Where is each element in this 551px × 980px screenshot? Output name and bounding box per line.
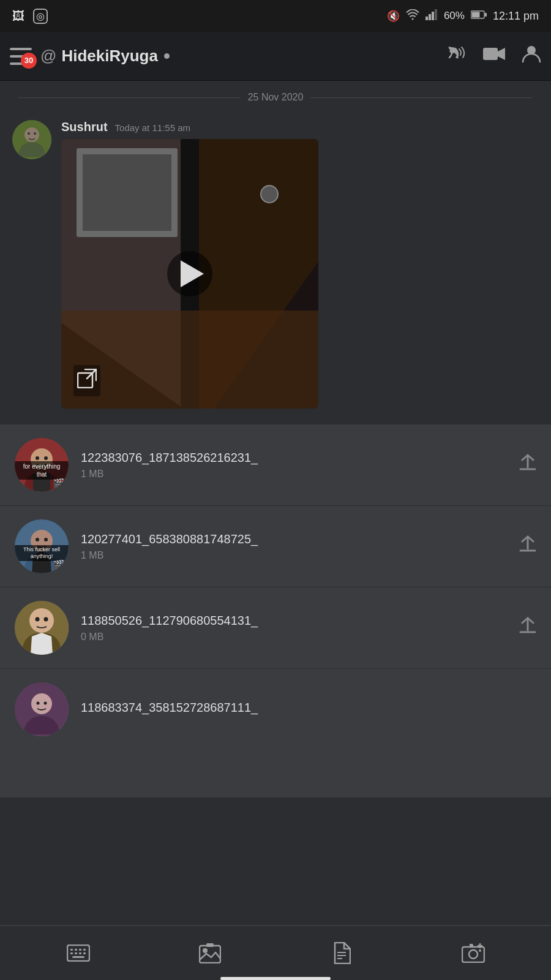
file-name-3: 118850526_112790680554131_ — [81, 614, 507, 628]
file-list: for everything that 🎬 122383076_18713852… — [0, 424, 551, 797]
date-line-right — [310, 97, 533, 98]
svg-rect-42 — [75, 949, 77, 951]
list-item[interactable]: 118683374_358152728687111_ — [0, 669, 551, 797]
svg-rect-48 — [83, 952, 86, 954]
at-icon: @ — [40, 47, 56, 66]
svg-point-22 — [261, 186, 278, 203]
svg-rect-41 — [70, 949, 73, 951]
svg-point-34 — [36, 617, 40, 622]
avatar — [12, 120, 51, 159]
svg-rect-21 — [83, 154, 171, 231]
wifi-icon — [406, 9, 419, 23]
gallery-button[interactable] — [189, 932, 231, 974]
status-bar: 🖼 ◎ 🔇 60% — [0, 0, 551, 32]
video-icon-2: 🎬 — [53, 559, 65, 571]
channel-name: HidekiRyuga — [61, 47, 158, 66]
svg-point-31 — [44, 538, 48, 541]
svg-rect-6 — [485, 13, 487, 17]
file-thumb-caption-1: for everything that — [15, 461, 69, 480]
notification-badge: 30 — [21, 53, 37, 69]
message-meta: Sushrut Today at 11:55 am — [61, 120, 539, 134]
date-text: 25 Nov 2020 — [248, 92, 304, 103]
file-size-3: 0 MB — [81, 631, 507, 643]
status-bar-right: 🔇 60% 12:11 pm — [387, 9, 539, 23]
instagram-icon: ◎ — [33, 9, 48, 24]
svg-rect-8 — [483, 48, 498, 60]
svg-rect-43 — [79, 949, 81, 951]
svg-point-51 — [203, 948, 208, 953]
svg-point-26 — [36, 456, 39, 460]
svg-rect-7 — [471, 12, 479, 18]
svg-point-30 — [36, 538, 39, 541]
svg-rect-45 — [70, 952, 73, 954]
battery-icon — [471, 10, 487, 22]
message-time: Today at 11:55 am — [115, 123, 190, 133]
file-button[interactable] — [320, 932, 363, 974]
svg-rect-2 — [429, 14, 431, 20]
svg-point-37 — [31, 693, 52, 714]
list-item[interactable]: This fucker sell anything! 🎬 120277401_6… — [0, 506, 551, 587]
voice-call-icon[interactable] — [446, 45, 467, 67]
svg-rect-47 — [79, 952, 81, 954]
date-divider: 25 Nov 2020 — [0, 81, 551, 114]
menu-button[interactable]: 30 — [10, 48, 32, 65]
svg-point-27 — [44, 456, 48, 460]
file-info-4: 118683374_358152728687111_ — [81, 701, 536, 718]
file-name-2: 120277401_658380881748725_ — [81, 532, 507, 546]
file-info-2: 120277401_658380881748725_ 1 MB — [81, 532, 507, 561]
svg-rect-1 — [425, 17, 428, 20]
profile-icon[interactable] — [522, 44, 541, 68]
external-link-icon[interactable] — [73, 365, 100, 396]
keyboard-button[interactable] — [57, 932, 100, 974]
video-call-icon[interactable] — [482, 45, 506, 67]
svg-point-38 — [37, 702, 40, 705]
file-thumb-3 — [15, 601, 69, 655]
svg-rect-4 — [435, 9, 437, 20]
file-thumb-1: for everything that 🎬 — [15, 438, 69, 492]
list-item[interactable]: for everything that 🎬 122383076_18713852… — [0, 424, 551, 506]
bottom-toolbar — [0, 925, 551, 980]
mute-icon: 🔇 — [387, 10, 400, 23]
message-content: Sushrut Today at 11:55 am — [61, 120, 539, 409]
chat-header: 30 @ HidekiRyuga — [0, 32, 551, 81]
list-item[interactable]: 118850526_112790680554131_ 0 MB — [0, 587, 551, 669]
play-button[interactable] — [167, 251, 212, 296]
upload-icon-1[interactable] — [519, 454, 536, 477]
svg-rect-49 — [72, 956, 84, 958]
upload-icon-3[interactable] — [519, 617, 536, 639]
svg-point-33 — [29, 608, 54, 633]
file-thumb-2: This fucker sell anything! 🎬 — [15, 519, 69, 573]
svg-rect-44 — [83, 949, 86, 951]
video-thumbnail[interactable] — [61, 139, 318, 409]
image-icon: 🖼 — [12, 9, 24, 23]
svg-point-0 — [411, 18, 413, 20]
svg-point-13 — [34, 132, 36, 135]
date-line-left — [18, 97, 241, 98]
svg-point-58 — [479, 949, 481, 952]
svg-point-57 — [469, 950, 478, 959]
sender-name: Sushrut — [61, 120, 108, 134]
message-row: Sushrut Today at 11:55 am — [0, 114, 551, 415]
play-triangle — [181, 260, 204, 287]
online-indicator — [163, 52, 171, 60]
signal-icon — [425, 9, 438, 23]
battery-text: 60% — [444, 10, 465, 22]
header-actions — [446, 44, 541, 68]
svg-point-12 — [28, 132, 30, 135]
file-size-1: 1 MB — [81, 469, 507, 480]
nav-indicator — [220, 977, 331, 980]
svg-rect-52 — [206, 943, 214, 947]
svg-rect-46 — [75, 952, 77, 954]
file-name-1: 122383076_187138526216231_ — [81, 451, 507, 465]
file-name-4: 118683374_358152728687111_ — [81, 701, 536, 715]
chat-area: Sushrut Today at 11:55 am — [0, 114, 551, 424]
channel-title[interactable]: @ HidekiRyuga — [40, 47, 437, 66]
time-display: 12:11 pm — [493, 10, 539, 23]
svg-point-35 — [44, 617, 48, 622]
video-icon-1: 🎬 — [53, 478, 65, 489]
upload-icon-2[interactable] — [519, 535, 536, 558]
svg-point-39 — [44, 702, 47, 705]
file-thumb-4 — [15, 682, 69, 736]
camera-button[interactable] — [452, 932, 495, 974]
file-info-1: 122383076_187138526216231_ 1 MB — [81, 451, 507, 480]
